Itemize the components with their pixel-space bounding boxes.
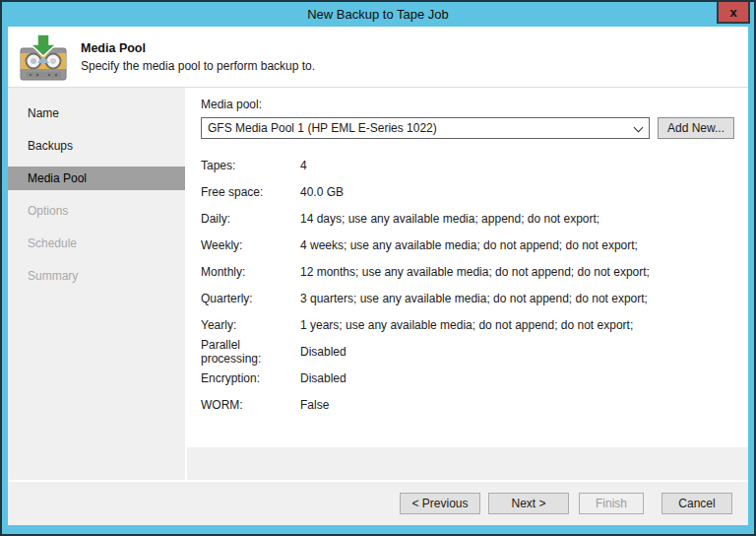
detail-row-yearly: Yearly: 1 years; use any available media… [201,311,734,338]
sidebar-item-name[interactable]: Name [8,101,185,125]
detail-value: 12 months; use any available media; do n… [300,265,650,279]
wizard-dialog: New Backup to Tape Job x [0,0,756,536]
detail-value: 40.0 GB [300,185,344,199]
detail-value: 3 quarters; use any available media; do … [300,292,648,305]
media-pool-details: Tapes: 4 Free space: 40.0 GB Daily: 14 d… [201,152,734,418]
tape-media-pool-icon [18,33,69,82]
detail-row-quarterly: Quarterly: 3 quarters; use any available… [201,285,734,311]
detail-value: 1 years; use any available media; do not… [300,318,633,332]
detail-label: Encryption: [201,371,300,385]
step-title: Media Pool [81,41,315,55]
detail-row-worm: WORM: False [201,391,734,418]
next-button[interactable]: Next > [488,493,569,514]
detail-label: WORM: [201,398,300,412]
previous-button[interactable]: < Previous [400,493,480,514]
header-text: Media Pool Specify the media pool to per… [81,41,315,73]
wizard-body: Name Backups Media Pool Options Schedule… [8,88,748,480]
detail-row-free-space: Free space: 40.0 GB [201,178,734,205]
media-pool-selected-value: GFS Media Pool 1 (HP EML E-Series 1022) [208,121,634,135]
detail-label: Daily: [201,212,300,226]
detail-value: 14 days; use any available media; append… [300,212,599,226]
detail-label: Yearly: [201,318,300,332]
panel-bottom-spacer [187,447,748,480]
detail-value: False [300,398,329,412]
wizard-footer: < Previous Next > Finish Cancel [8,482,748,525]
dialog-frame: Media Pool Specify the media pool to per… [8,27,748,525]
detail-value: 4 [300,159,307,172]
detail-value: Disabled [300,371,346,385]
cancel-button[interactable]: Cancel [662,493,732,514]
detail-value: 4 weeks; use any available media; do not… [300,238,638,252]
detail-row-monthly: Monthly: 12 months; use any available me… [201,258,734,285]
sidebar-item-media-pool[interactable]: Media Pool [8,167,185,190]
sidebar-item-schedule: Schedule [8,232,185,255]
detail-row-parallel-processing: Parallel processing: Disabled [201,338,734,365]
step-subtitle: Specify the media pool to perform backup… [81,59,315,73]
detail-row-daily: Daily: 14 days; use any available media;… [201,205,734,232]
detail-label: Weekly: [201,238,300,252]
close-icon: x [729,6,736,19]
detail-value: Disabled [300,345,346,359]
detail-label: Tapes: [201,159,300,172]
media-pool-combo-row: GFS Media Pool 1 (HP EML E-Series 1022) … [201,117,734,139]
add-new-button[interactable]: Add New... [658,117,734,139]
detail-label: Quarterly: [201,292,300,305]
close-button[interactable]: x [717,2,750,24]
chevron-down-icon[interactable] [634,124,643,133]
wizard-header: Media Pool Specify the media pool to per… [8,27,748,88]
wizard-steps-sidebar: Name Backups Media Pool Options Schedule… [8,88,187,480]
media-pool-label: Media pool: [201,98,734,111]
detail-label: Free space: [201,185,300,199]
sidebar-item-summary: Summary [8,264,185,288]
detail-row-tapes: Tapes: 4 [201,152,734,178]
detail-label: Monthly: [201,265,300,279]
finish-button: Finish [579,493,644,514]
detail-row-encryption: Encryption: Disabled [201,365,734,391]
detail-row-weekly: Weekly: 4 weeks; use any available media… [201,232,734,258]
media-pool-panel: Media pool: GFS Media Pool 1 (HP EML E-S… [187,88,748,480]
sidebar-item-options: Options [8,199,185,223]
window-title: New Backup to Tape Job [307,7,449,22]
title-bar: New Backup to Tape Job x [2,2,754,27]
sidebar-item-backups[interactable]: Backups [8,134,185,158]
detail-label: Parallel processing: [201,338,300,366]
media-pool-select[interactable]: GFS Media Pool 1 (HP EML E-Series 1022) [201,117,650,139]
